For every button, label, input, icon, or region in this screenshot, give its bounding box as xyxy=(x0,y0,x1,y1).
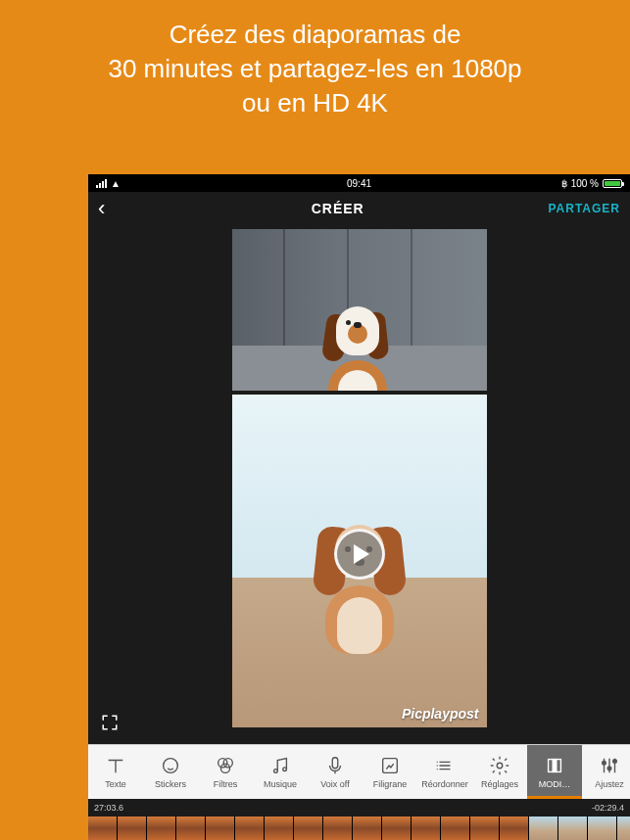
timeline-thumb[interactable] xyxy=(265,817,294,840)
promo-headline: Créez des diaporamas de 30 minutes et pa… xyxy=(0,0,630,120)
timeline-thumb[interactable] xyxy=(500,817,529,840)
timeline-thumb[interactable] xyxy=(470,817,500,840)
play-icon xyxy=(354,544,369,564)
timeline-thumb[interactable] xyxy=(382,817,412,840)
media-slot-bottom[interactable]: Picplaypost xyxy=(232,395,487,727)
tool-label: Texte xyxy=(105,779,126,789)
tool-label: Filtres xyxy=(214,779,238,789)
promo-line: Créez des diaporamas de xyxy=(10,18,620,52)
tool-watermark[interactable]: Filigrane xyxy=(363,745,417,799)
status-bar: ▲ 09:41 ฿ 100 % xyxy=(88,174,630,192)
stickers-icon xyxy=(160,755,181,776)
tool-adjust[interactable]: Ajustez xyxy=(582,745,630,799)
tool-filters[interactable]: Filtres xyxy=(198,745,253,799)
tool-label: Voix off xyxy=(320,779,349,789)
svg-rect-6 xyxy=(332,758,338,769)
status-time: 09:41 xyxy=(271,178,447,189)
bluetooth-icon: ฿ xyxy=(561,178,567,189)
tool-label: Musique xyxy=(264,779,297,789)
tool-label: Filigrane xyxy=(373,779,408,789)
play-button[interactable] xyxy=(334,529,385,580)
tool-settings[interactable]: Réglages xyxy=(472,745,527,799)
battery-text: 100 % xyxy=(571,178,599,189)
tool-label: Stickers xyxy=(155,779,186,789)
tool-label: MODI… xyxy=(539,779,571,789)
timeline-track[interactable] xyxy=(88,817,630,840)
media-slot-top[interactable] xyxy=(232,229,487,391)
settings-icon xyxy=(489,755,510,776)
timeline-thumb[interactable] xyxy=(206,817,235,840)
timeline-thumb[interactable] xyxy=(147,817,176,840)
timeline-thumb[interactable] xyxy=(353,817,382,840)
timeline-remaining: -02:29.4 xyxy=(592,803,624,813)
share-button[interactable]: PARTAGER xyxy=(548,202,620,215)
page-title: CRÉER xyxy=(127,201,548,216)
tool-label: Réordonner xyxy=(421,779,468,789)
svg-point-0 xyxy=(164,759,178,773)
timeline-thumb[interactable] xyxy=(558,817,588,840)
tool-edit[interactable]: MODI… xyxy=(527,745,582,799)
timeline-thumb[interactable] xyxy=(617,817,630,840)
timeline-thumb[interactable] xyxy=(588,817,617,840)
svg-point-8 xyxy=(497,763,503,769)
filters-icon xyxy=(215,755,236,776)
dog-image xyxy=(309,306,407,391)
timeline-thumb[interactable] xyxy=(88,817,118,840)
nav-bar: ‹ CRÉER PARTAGER xyxy=(88,192,630,225)
timeline-thumb[interactable] xyxy=(176,817,206,840)
tool-text[interactable]: Texte xyxy=(88,745,143,799)
watermark-icon xyxy=(379,755,401,776)
timeline-ruler: 27:03.6 -02:29.4 xyxy=(88,799,630,817)
signal-icon xyxy=(96,179,107,188)
text-icon xyxy=(105,755,126,776)
tool-label: Réglages xyxy=(481,779,518,789)
timeline-thumb[interactable] xyxy=(294,817,323,840)
timeline-thumb[interactable] xyxy=(412,817,441,840)
svg-point-11 xyxy=(603,761,606,765)
toolbar: TexteStickersFiltresMusiqueVoix offFilig… xyxy=(88,744,630,799)
reorder-icon xyxy=(434,755,456,776)
svg-rect-10 xyxy=(553,760,557,772)
timeline-current: 27:03.6 xyxy=(94,803,123,813)
watermark-text: Picplaypost xyxy=(402,706,479,722)
tool-stickers[interactable]: Stickers xyxy=(143,745,198,799)
promo-line: 30 minutes et partagez-les en 1080p xyxy=(10,52,620,86)
timeline-thumb[interactable] xyxy=(323,817,353,840)
svg-point-13 xyxy=(613,760,617,764)
tool-label: Ajustez xyxy=(595,779,624,789)
svg-point-4 xyxy=(274,770,278,773)
device-screenshot: ▲ 09:41 ฿ 100 % ‹ CRÉER PARTAGER xyxy=(88,174,630,840)
promo-line: ou en HD 4K xyxy=(10,86,620,120)
fullscreen-button[interactable] xyxy=(98,711,121,734)
battery-icon xyxy=(603,179,622,188)
mic-icon xyxy=(324,755,346,776)
wifi-icon: ▲ xyxy=(111,178,121,189)
svg-point-3 xyxy=(220,764,229,772)
svg-point-5 xyxy=(283,768,287,771)
tool-reorder[interactable]: Réordonner xyxy=(417,745,472,799)
timeline-thumb[interactable] xyxy=(235,817,265,840)
canvas-area[interactable]: Picplaypost xyxy=(88,225,630,744)
back-button[interactable]: ‹ xyxy=(98,196,127,221)
tool-mic[interactable]: Voix off xyxy=(308,745,363,799)
edit-icon xyxy=(544,755,565,776)
timeline-thumb[interactable] xyxy=(118,817,147,840)
music-icon xyxy=(269,755,291,776)
svg-point-12 xyxy=(607,767,611,770)
adjust-icon xyxy=(599,755,620,776)
svg-point-2 xyxy=(223,759,232,768)
tool-music[interactable]: Musique xyxy=(253,745,308,799)
timeline-thumb[interactable] xyxy=(529,817,558,840)
timeline-thumb[interactable] xyxy=(441,817,470,840)
